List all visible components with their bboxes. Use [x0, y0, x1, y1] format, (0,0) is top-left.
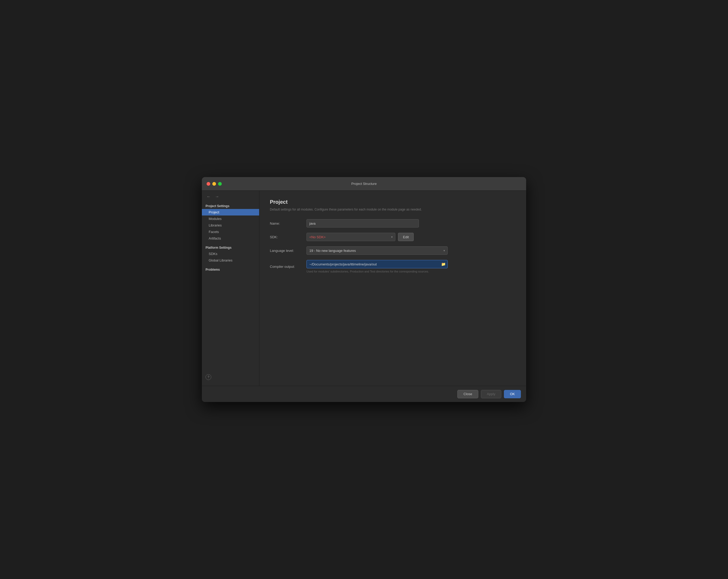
folder-icon: 📁 [441, 262, 446, 266]
back-button[interactable]: ← [205, 194, 212, 200]
ok-button[interactable]: OK [504, 390, 521, 398]
language-level-row: Language level: 19 - No new language fea… [270, 246, 516, 255]
name-field-wrapper [307, 219, 516, 228]
language-level-dropdown[interactable]: 19 - No new language features [307, 246, 448, 255]
language-level-label: Language level: [270, 249, 307, 253]
apply-button[interactable]: Apply [481, 390, 501, 398]
platform-settings-section-label: Platform Settings [202, 244, 259, 251]
name-label: Name: [270, 221, 307, 226]
compiler-output-wrapper: 📁 [307, 260, 448, 268]
sidebar-item-sdks[interactable]: SDKs [202, 251, 259, 257]
page-title: Project [270, 199, 516, 205]
problems-section-label: Problems [202, 266, 259, 272]
compiler-output-hint: Used for modules' subdirectories, Produc… [307, 270, 516, 273]
window-controls [207, 182, 222, 186]
browse-folder-button[interactable]: 📁 [441, 262, 446, 267]
forward-button[interactable]: → [213, 194, 221, 200]
sdk-dropdown[interactable]: <No SDK> [307, 233, 395, 241]
sidebar-item-project[interactable]: Project [202, 209, 259, 215]
name-input[interactable] [307, 219, 419, 228]
language-dropdown-wrapper: 19 - No new language features [307, 246, 448, 255]
project-structure-window: Project Structure ← → Project Settings P… [202, 177, 526, 402]
edit-sdk-button[interactable]: Edit [398, 233, 414, 241]
sdk-dropdown-wrapper: <No SDK> [307, 233, 395, 241]
maximize-window-button[interactable] [218, 182, 222, 186]
compiler-output-field-wrapper: 📁 Used for modules' subdirectories, Prod… [307, 260, 516, 273]
project-settings-section-label: Project Settings [202, 203, 259, 209]
content-area: Project Default settings for all modules… [259, 191, 526, 386]
compiler-output-label: Compiler output: [270, 265, 307, 269]
close-button[interactable]: Close [457, 390, 478, 398]
sdk-controls: <No SDK> Edit [307, 233, 516, 241]
minimize-window-button[interactable] [212, 182, 216, 186]
sidebar-item-global-libraries[interactable]: Global Libraries [202, 257, 259, 264]
sdk-field-wrapper: <No SDK> Edit [307, 233, 516, 241]
name-row: Name: [270, 219, 516, 228]
window-title: Project Structure [352, 182, 377, 186]
page-description: Default settings for all modules. Config… [270, 207, 516, 212]
language-level-field-wrapper: 19 - No new language features [307, 246, 516, 255]
sidebar-item-artifacts[interactable]: Artifacts [202, 235, 259, 242]
sidebar-item-libraries[interactable]: Libraries [202, 222, 259, 229]
sdk-label: SDK: [270, 235, 307, 239]
sidebar-bottom: ? [202, 372, 259, 383]
close-window-button[interactable] [207, 182, 210, 186]
bottom-bar: Close Apply OK [202, 386, 526, 402]
titlebar: Project Structure [202, 177, 526, 191]
main-layout: ← → Project Settings Project Modules Lib… [202, 191, 526, 386]
sidebar-item-modules[interactable]: Modules [202, 215, 259, 222]
sidebar-nav: ← → [202, 194, 259, 203]
compiler-output-input[interactable] [307, 260, 448, 268]
sidebar: ← → Project Settings Project Modules Lib… [202, 191, 259, 386]
sdk-row: SDK: <No SDK> Edit [270, 233, 516, 241]
help-button[interactable]: ? [206, 374, 211, 380]
sidebar-item-facets[interactable]: Facets [202, 229, 259, 235]
compiler-output-row: Compiler output: 📁 Used for modules' sub… [270, 260, 516, 273]
